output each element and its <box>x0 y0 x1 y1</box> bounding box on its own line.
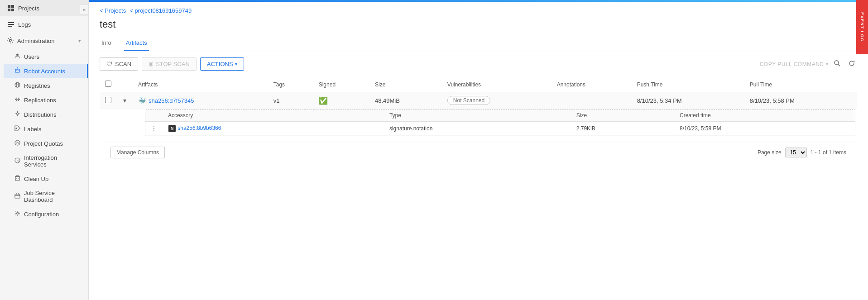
chevron-down-icon: ▾ <box>78 38 81 44</box>
user-icon <box>14 53 20 60</box>
sidebar: « Projects Logs Administration ▾ <box>0 0 89 300</box>
col-signed: Signed <box>313 77 369 92</box>
copy-pull-command-button[interactable]: COPY PULL COMMAND ▾ <box>760 61 828 67</box>
pull-time-cell: 8/10/23, 5:58 PM <box>744 92 857 109</box>
sidebar-item-label: Project Quotas <box>24 140 63 147</box>
svg-rect-9 <box>15 69 19 72</box>
replication-icon <box>14 96 20 104</box>
event-log-tab[interactable]: EVENT LOG <box>856 0 868 54</box>
breadcrumb-projects[interactable]: < Projects <box>100 7 126 14</box>
sidebar-item-label: Logs <box>18 21 31 28</box>
sidebar-item-replications[interactable]: Replications <box>4 93 88 107</box>
manage-columns-button[interactable]: Manage Columns <box>110 147 165 158</box>
sidebar-item-project-quotas[interactable]: Project Quotas <box>4 136 88 151</box>
actions-label: ACTIONS <box>207 61 233 67</box>
pagination-info: 1 - 1 of 1 items <box>810 149 846 156</box>
scan-label: SCAN <box>115 61 131 67</box>
svg-rect-30 <box>15 194 20 198</box>
accessory-type: signature.notation <box>389 125 432 132</box>
distribution-icon <box>14 111 20 118</box>
svg-point-7 <box>10 39 11 41</box>
annotations-cell <box>551 92 632 109</box>
sidebar-item-label: Replications <box>24 97 56 104</box>
stop-scan-button[interactable]: ▣ STOP SCAN <box>142 57 197 71</box>
scan-button[interactable]: 🛡 SCAN <box>100 57 138 71</box>
table-row: ▾ 🐳 sha256:d7f57345 v1 ✅ <box>100 92 857 109</box>
sidebar-item-configuration[interactable]: Configuration <box>4 207 88 221</box>
sidebar-item-registries[interactable]: Registries <box>4 78 88 93</box>
accessory-row: ⋮ N sha256:8b9b6366 <box>145 122 855 136</box>
col-size: Size <box>369 77 442 92</box>
notation-icon: N <box>168 124 176 133</box>
tab-artifacts[interactable]: Artifacts <box>124 36 149 51</box>
sidebar-item-logs[interactable]: Logs <box>0 16 88 33</box>
sidebar-item-interrogation-services[interactable]: ? Interrogation Services <box>4 151 88 171</box>
docker-icon: 🐳 <box>138 97 146 104</box>
artifacts-table: Artifacts Tags Signed Size Vulnerabiliti… <box>100 77 857 142</box>
sidebar-item-label: Configuration <box>24 211 59 218</box>
sidebar-item-label: Interrogation Services <box>24 154 81 168</box>
search-icon-button[interactable] <box>832 58 843 71</box>
sidebar-item-projects[interactable]: Projects <box>0 0 88 16</box>
tabs: Info Artifacts <box>89 36 868 51</box>
tab-info[interactable]: Info <box>100 36 113 51</box>
toolbar: 🛡 SCAN ▣ STOP SCAN ACTIONS ▾ COPY PULL C… <box>89 51 868 77</box>
col-pull-time: Pull Time <box>744 77 857 92</box>
artifact-link[interactable]: 🐳 sha256:d7f57345 <box>138 97 263 104</box>
expanded-sub-row: Accessory Type Size Created time <box>100 109 857 142</box>
svg-rect-6 <box>8 26 12 27</box>
col-artifacts: Artifacts <box>133 77 268 92</box>
sidebar-item-labels[interactable]: Labels <box>4 122 88 136</box>
pull-time-value: 8/10/23, 5:58 PM <box>750 97 795 104</box>
sub-col-type: Type <box>384 110 571 122</box>
svg-rect-0 <box>8 5 10 8</box>
select-all-checkbox[interactable] <box>105 81 111 87</box>
not-scanned-badge: Not Scanned <box>447 96 490 105</box>
actions-button[interactable]: ACTIONS ▾ <box>200 57 244 71</box>
signed-checkmark: ✅ <box>319 97 328 105</box>
toolbar-right: COPY PULL COMMAND ▾ <box>760 58 857 71</box>
svg-point-13 <box>17 67 18 68</box>
size-value: 48.49MiB <box>375 97 400 104</box>
artifact-hash: sha256:d7f57345 <box>149 97 194 104</box>
sidebar-item-label: Clean Up <box>24 176 48 182</box>
settings-icon <box>7 37 14 45</box>
sidebar-admin-header[interactable]: Administration ▾ <box>0 33 88 49</box>
svg-line-36 <box>838 64 840 66</box>
sidebar-sub-items: Users Robot Accounts Registries Replicat… <box>0 49 88 221</box>
refresh-button[interactable] <box>846 58 857 71</box>
row-checkbox-cell <box>100 92 117 109</box>
label-icon <box>14 125 20 133</box>
expand-col <box>117 77 133 92</box>
sidebar-item-label: Job Service Dashboard <box>24 190 81 203</box>
sidebar-collapse-button[interactable]: « <box>80 5 89 14</box>
table-footer: Manage Columns Page size 15 25 50 1 - 1 … <box>100 142 857 163</box>
col-annotations: Annotations <box>551 77 632 92</box>
sub-col-size: Size <box>571 110 674 122</box>
sidebar-item-label: Robot Accounts <box>24 68 65 75</box>
main-content: < Projects < project081691659749 test In… <box>89 0 868 300</box>
row-checkbox[interactable] <box>105 97 111 103</box>
svg-rect-11 <box>18 70 19 71</box>
chevron-down-icon: ▾ <box>235 62 237 67</box>
breadcrumb-project[interactable]: < project081691659749 <box>129 7 192 14</box>
accessory-link[interactable]: sha256:8b9b6366 <box>177 125 221 131</box>
sidebar-item-users[interactable]: Users <box>4 49 88 64</box>
sidebar-item-distributions[interactable]: Distributions <box>4 107 88 122</box>
page-size-label: Page size <box>758 149 782 156</box>
svg-point-22 <box>16 128 17 129</box>
accessory-size-cell: 2.79KiB <box>571 122 674 136</box>
sidebar-item-cleanup[interactable]: Clean Up <box>4 171 88 186</box>
content-area: < Projects < project081691659749 test In… <box>89 2 868 300</box>
three-dots-button[interactable]: ⋮ <box>151 125 157 132</box>
sub-col-accessory: Accessory <box>163 110 384 122</box>
sub-table-header: Accessory Type Size Created time <box>145 110 855 122</box>
sidebar-item-label: Registries <box>24 82 50 89</box>
svg-point-8 <box>16 54 19 56</box>
page-size-select[interactable]: 15 25 50 <box>785 148 807 157</box>
expand-button[interactable]: ▾ <box>122 96 127 105</box>
sidebar-item-robot-accounts[interactable]: Robot Accounts <box>4 64 88 78</box>
accessory-created: 8/10/23, 5:58 PM <box>680 125 721 132</box>
sidebar-item-label: Users <box>24 53 39 60</box>
sidebar-item-job-service-dashboard[interactable]: Job Service Dashboard <box>4 186 88 207</box>
